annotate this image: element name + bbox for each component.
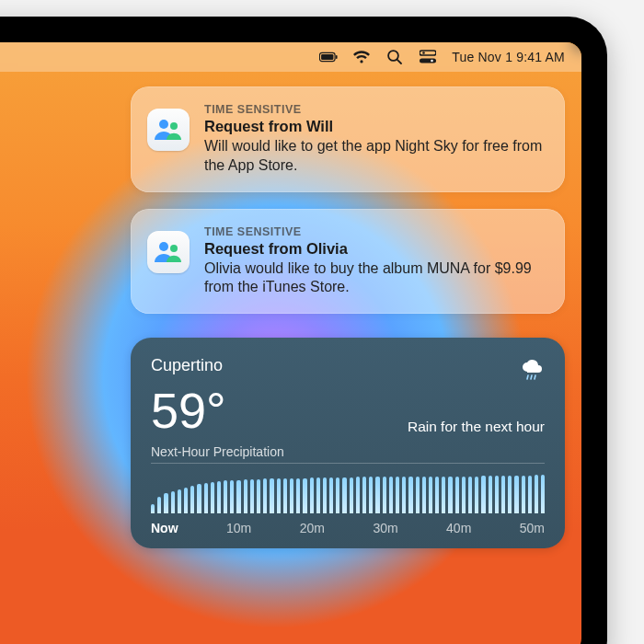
precip-bar [310,477,314,513]
precip-bar [495,476,499,513]
timeline-tick: 10m [226,521,251,535]
precip-bar [528,476,532,513]
svg-rect-7 [420,59,436,63]
menubar: Tue Nov 1 9:41 AM [0,42,581,72]
family-sharing-icon [147,109,190,151]
precip-bar [257,479,260,513]
notification-title: Request from Will [204,118,545,135]
precip-timeline: Now10m20m30m40m50m [151,521,545,535]
notification-center: TIME SENSITIVE Request from Will Will wo… [131,86,565,548]
notification-tag: TIME SENSITIVE [204,225,545,238]
precip-bar [356,477,360,513]
precip-bar [197,484,201,513]
precip-bar [416,477,420,513]
svg-line-4 [397,60,401,63]
svg-rect-5 [420,51,436,55]
precip-bar [303,478,306,513]
wifi-icon[interactable] [352,48,371,66]
precip-bar [475,477,478,513]
precip-bar [178,489,181,513]
precip-bar [369,477,373,513]
search-icon[interactable] [385,48,404,66]
svg-point-12 [170,245,178,252]
precip-bar [316,477,320,513]
divider [151,463,545,464]
notification-item[interactable]: TIME SENSITIVE Request from Will Will wo… [131,86,565,192]
weather-widget[interactable]: Cupertino 59° Rain for the next hour Nex… [131,338,565,548]
precip-bar [350,477,353,513]
precip-bar [164,493,167,513]
precip-bar [270,478,273,513]
precip-label: Next-Hour Precipitation [151,444,545,459]
precip-bar [408,477,412,513]
timeline-tick: 40m [446,521,471,535]
notification-message: Olivia would like to buy the album MUNA … [204,259,545,298]
precip-bar [522,476,525,513]
precip-bar [383,477,386,513]
precip-bar [290,478,293,513]
precip-bar [323,477,327,513]
timeline-tick: 50m [520,521,545,535]
notification-body: TIME SENSITIVE Request from Will Will wo… [204,103,545,176]
control-center-icon[interactable] [419,48,437,66]
precip-bar [236,480,240,513]
device-frame: Tue Nov 1 9:41 AM TIME SENSITIVE Request… [0,17,607,644]
timeline-tick: 20m [300,521,325,535]
precip-bar [217,481,221,513]
precip-bar [541,475,545,513]
precip-bar [489,476,492,513]
precip-bar [190,486,194,513]
precip-bar [435,477,439,513]
precip-bar [514,476,518,513]
screen: Tue Nov 1 9:41 AM TIME SENSITIVE Request… [0,42,581,644]
precip-bar [535,475,538,513]
svg-point-11 [159,242,168,251]
precip-bar [389,477,393,513]
precip-bar [244,479,247,513]
precip-bar [396,477,399,513]
precip-bar [263,478,267,513]
svg-rect-1 [321,54,333,60]
precip-bar [448,477,452,513]
precip-bar [204,483,208,513]
svg-point-9 [159,120,168,129]
notification-item[interactable]: TIME SENSITIVE Request from Olivia Olivi… [131,209,565,315]
precip-bar [184,488,188,513]
precip-bar [230,480,234,513]
precip-bar [442,477,445,513]
battery-icon[interactable] [319,48,338,66]
svg-line-13 [527,375,528,379]
family-sharing-icon [147,231,190,273]
precip-bar [250,479,254,513]
svg-rect-2 [336,55,338,59]
notification-tag: TIME SENSITIVE [204,103,545,116]
precip-bar [455,477,459,513]
svg-line-15 [535,375,535,379]
precip-bar [211,482,214,513]
precip-bar [422,477,426,513]
precip-bar [342,477,346,513]
precip-bar [277,478,281,513]
precip-bar [157,497,161,513]
notification-message: Will would like to get the app Night Sky… [204,137,545,176]
timeline-tick: 30m [373,521,397,535]
precip-bar [429,477,432,513]
weather-summary: Rain for the next hour [408,419,545,435]
rain-cloud-icon [519,358,545,384]
precip-bar [501,476,505,513]
precip-bar [296,478,300,513]
timeline-tick: Now [151,521,178,535]
svg-point-8 [431,60,433,63]
precip-bar [224,480,227,513]
precip-bar [375,477,379,513]
notification-body: TIME SENSITIVE Request from Olivia Olivi… [204,225,545,298]
menubar-datetime[interactable]: Tue Nov 1 9:41 AM [452,50,565,64]
weather-temp: 59° [151,385,226,435]
weather-city: Cupertino [151,356,223,375]
precip-bar [151,504,155,513]
precip-bar [508,476,512,513]
svg-line-14 [531,375,532,379]
precip-bar [336,477,339,513]
precip-bar [462,477,466,513]
precip-bar [362,477,366,513]
